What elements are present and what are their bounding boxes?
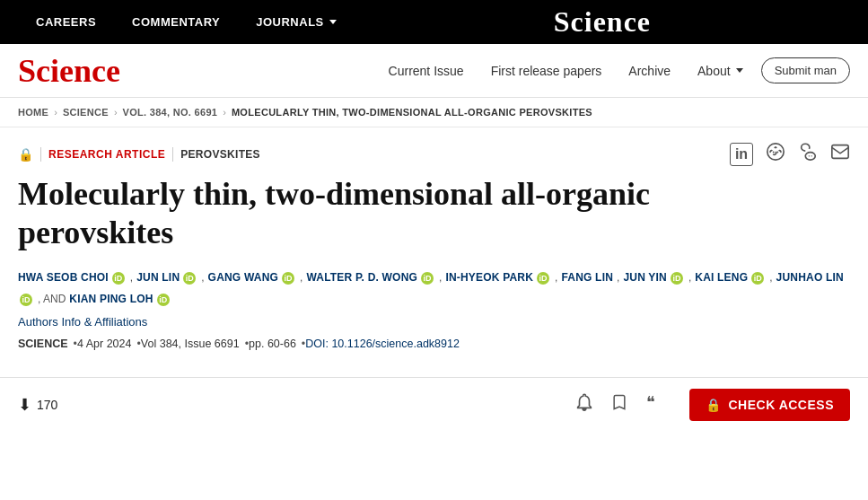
- bell-icon[interactable]: [574, 392, 594, 417]
- breadcrumb-science[interactable]: SCIENCE: [63, 107, 109, 118]
- orcid-badge-9: iD: [157, 294, 170, 306]
- author-jun-yin[interactable]: JUN YIN: [623, 268, 667, 288]
- email-icon[interactable]: [830, 142, 850, 166]
- article-category-label: PEROVSKITES: [180, 148, 260, 161]
- bottom-bar: ⬇ 170 ❝ 🔒 CHECK ACCESS: [0, 377, 868, 432]
- journal-name: SCIENCE: [18, 338, 68, 350]
- linkedin-icon[interactable]: in: [730, 143, 753, 166]
- orcid-badge-7: iD: [751, 272, 764, 285]
- download-count: 170: [37, 398, 57, 412]
- first-release-link[interactable]: First release papers: [491, 64, 602, 78]
- lock-icon: 🔒: [18, 147, 33, 162]
- orcid-badge-8: iD: [20, 294, 32, 306]
- authors-line: HWA SEOB CHOI iD , JUN LIN iD , GANG WAN…: [18, 268, 850, 309]
- orcid-badge-3: iD: [282, 272, 294, 285]
- check-access-lock-icon: 🔒: [706, 398, 722, 412]
- breadcrumb-home[interactable]: HOME: [18, 107, 48, 118]
- author-fang-lin[interactable]: FANG LIN: [561, 268, 613, 288]
- breadcrumb-sep-1: ›: [54, 107, 57, 118]
- breadcrumb-current: MOLECULARLY THIN, TWO-DIMENSIONAL ALL-OR…: [232, 107, 592, 118]
- svg-point-4: [811, 155, 811, 156]
- submit-manuscript-button[interactable]: Submit man: [761, 57, 850, 83]
- orcid-badge-2: iD: [183, 272, 196, 285]
- svg-point-3: [809, 155, 810, 156]
- top-navigation: CAREERS COMMENTARY JOURNALS Science: [0, 0, 868, 44]
- journals-chevron-icon: [329, 20, 337, 24]
- breadcrumb-sep-3: ›: [223, 107, 226, 118]
- article-doi[interactable]: DOI: 10.1126/science.adk8912: [305, 338, 460, 350]
- quote-icon[interactable]: ❝: [644, 392, 664, 417]
- check-access-button[interactable]: 🔒 CHECK ACCESS: [689, 389, 850, 421]
- svg-point-2: [776, 152, 778, 154]
- science-logo[interactable]: Science: [18, 52, 120, 90]
- svg-point-1: [773, 152, 775, 154]
- top-nav-left: CAREERS COMMENTARY JOURNALS: [18, 0, 355, 44]
- article-date: 4 Apr 2024: [77, 338, 131, 350]
- svg-text:❝: ❝: [646, 393, 655, 411]
- article-info-line: SCIENCE • 4 Apr 2024 • Vol 384, Issue 66…: [18, 338, 850, 350]
- top-logo: Science: [554, 5, 651, 39]
- commentary-link[interactable]: COMMENTARY: [114, 0, 238, 44]
- secondary-nav-links: Current Issue First release papers Archi…: [389, 64, 743, 78]
- check-access-label: CHECK ACCESS: [729, 398, 835, 412]
- share-icons: in: [730, 142, 850, 166]
- secondary-navigation: Science Current Issue First release pape…: [0, 44, 868, 98]
- reddit-icon[interactable]: [766, 142, 785, 166]
- archive-link[interactable]: Archive: [628, 64, 671, 78]
- wechat-icon[interactable]: [798, 142, 818, 166]
- author-hwa-seob-choi[interactable]: HWA SEOB CHOI: [18, 268, 109, 288]
- author-junhao-lin[interactable]: JUNHAO LIN: [776, 268, 844, 288]
- about-chevron-icon: [736, 68, 743, 73]
- careers-link[interactable]: CAREERS: [18, 0, 114, 44]
- author-walter-wong[interactable]: WALTER P. D. WONG: [306, 268, 417, 288]
- article-type-label: RESEARCH ARTICLE: [48, 148, 165, 161]
- article-meta-top: 🔒 RESEARCH ARTICLE PEROVSKITES in: [18, 142, 850, 166]
- article-pages: pp. 60-66: [249, 338, 296, 350]
- breadcrumb: HOME › SCIENCE › VOL. 384, NO. 6691 › MO…: [0, 98, 868, 127]
- article-volume: Vol 384, Issue 6691: [141, 338, 240, 350]
- divider-1: [40, 147, 41, 162]
- svg-rect-5: [832, 145, 848, 159]
- bookmark-icon[interactable]: [610, 392, 628, 417]
- breadcrumb-sep-2: ›: [114, 107, 118, 118]
- author-kai-leng[interactable]: KAI LENG: [695, 268, 748, 288]
- orcid-badge-5: iD: [537, 272, 549, 285]
- breadcrumb-volume[interactable]: VOL. 384, NO. 6691: [123, 107, 218, 118]
- article-title: Molecularly thin, two-dimensional all-or…: [18, 175, 700, 252]
- orcid-badge-1: iD: [112, 272, 125, 285]
- about-link[interactable]: About: [697, 64, 743, 78]
- author-jun-lin[interactable]: JUN LIN: [136, 268, 180, 288]
- orcid-badge-4: iD: [421, 272, 434, 285]
- article-area: 🔒 RESEARCH ARTICLE PEROVSKITES in Molecu…: [0, 127, 868, 373]
- author-kian-ping-loh[interactable]: KIAN PING LOH: [69, 290, 153, 310]
- download-icon[interactable]: ⬇: [18, 395, 31, 415]
- orcid-badge-6: iD: [671, 272, 683, 285]
- author-gang-wang[interactable]: GANG WANG: [208, 268, 278, 288]
- author-in-hyeok-park[interactable]: IN-HYEOK PARK: [445, 268, 533, 288]
- top-nav-center: Science: [355, 5, 850, 39]
- current-issue-link[interactable]: Current Issue: [389, 64, 464, 78]
- divider-2: [172, 147, 173, 162]
- bottom-right-icons: ❝ 🔒 CHECK ACCESS: [574, 389, 850, 421]
- journals-link[interactable]: JOURNALS: [238, 0, 355, 44]
- authors-info-link[interactable]: Authors Info & Affiliations: [18, 315, 850, 329]
